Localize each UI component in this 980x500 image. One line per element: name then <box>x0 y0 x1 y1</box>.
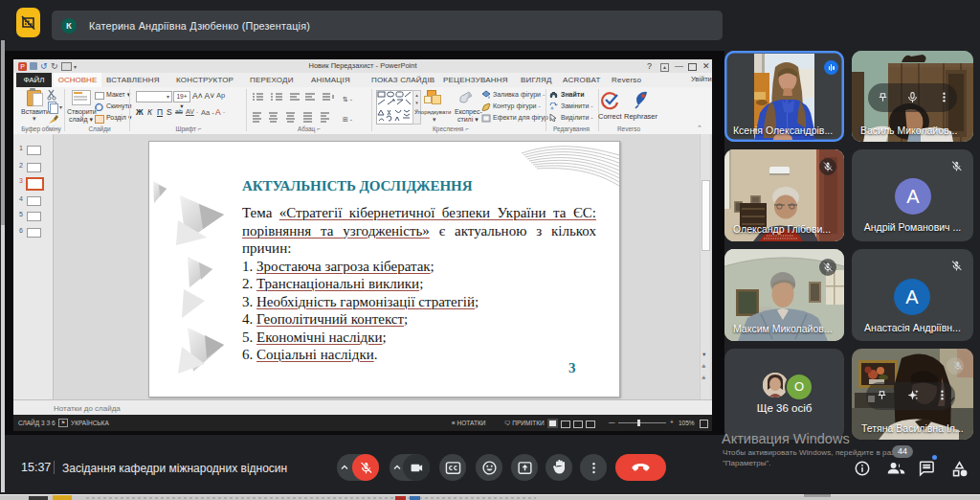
svg-text:⊞ -: ⊞ - <box>343 116 353 123</box>
svg-text:⇅ -: ⇅ - <box>343 96 353 102</box>
